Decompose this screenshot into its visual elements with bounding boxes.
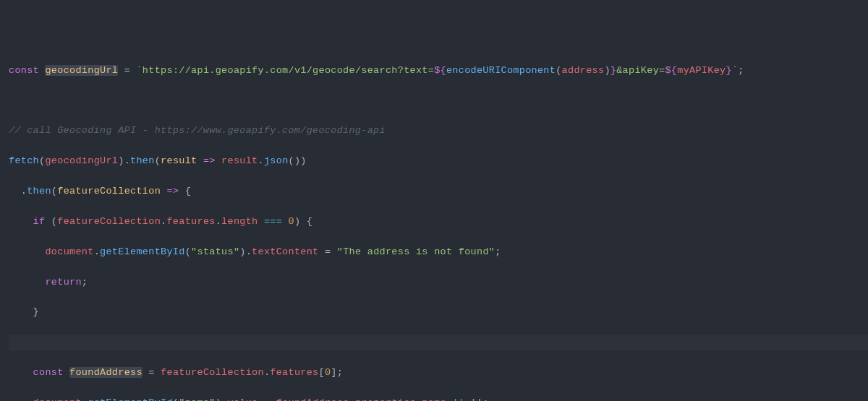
code-line-6: if (featureCollection.features.length ==… [9, 215, 868, 230]
code-line-blank-hl [9, 335, 868, 350]
code-line-7: document.getElementById("status").textCo… [9, 245, 868, 260]
code-line-3: // call Geocoding API - https://www.geoa… [9, 124, 868, 139]
code-line-5: .then(featureCollection => { [9, 184, 868, 199]
code-line-11: const foundAddress = featureCollection.f… [9, 366, 868, 381]
code-line-9: } [9, 305, 868, 320]
code-line-8: return; [9, 275, 868, 290]
code-line-blank [9, 94, 868, 109]
code-line-12: document.getElementById("name").value = … [9, 396, 868, 401]
code-line-1: const geocodingUrl = `https://api.geoapi… [9, 64, 868, 79]
code-line-4: fetch(geocodingUrl).then(result => resul… [9, 154, 868, 169]
